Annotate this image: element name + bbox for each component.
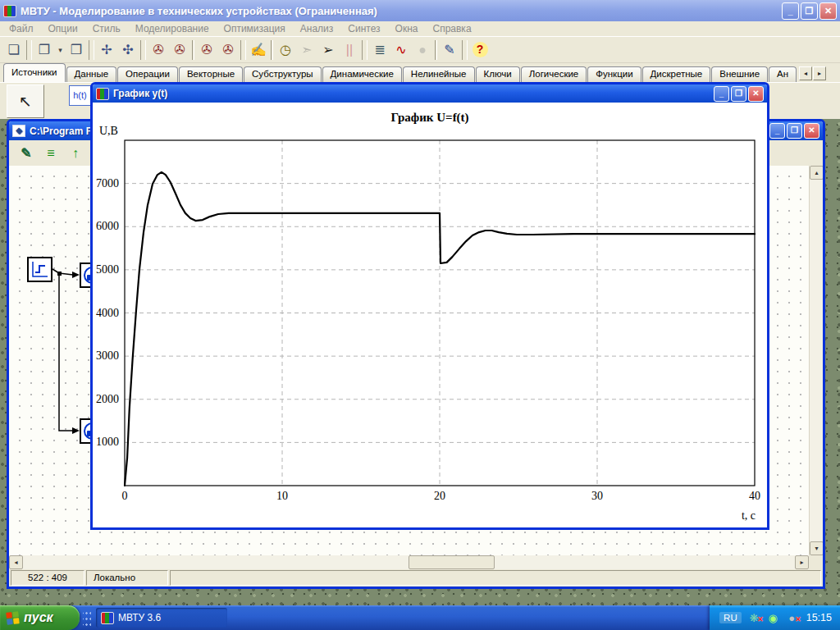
sim-settings-icon: ≣ — [374, 42, 385, 57]
notes-icon[interactable]: ✎ — [439, 39, 460, 61]
scroll-down-button[interactable]: ▾ — [810, 541, 823, 555]
toolbar-separator — [271, 40, 273, 60]
menu-item-analysis[interactable]: Анализ — [293, 22, 341, 35]
toolbar-separator — [140, 40, 146, 60]
sim-settings-icon[interactable]: ≣ — [369, 39, 390, 61]
resume-run-icon[interactable]: ➣ — [296, 39, 317, 61]
tab-keys[interactable]: Ключи — [476, 66, 520, 82]
tab-functions[interactable]: Функции — [587, 66, 641, 82]
graph-maximize-button[interactable]: ❐ — [731, 86, 746, 102]
menu-item-file[interactable]: Файл — [2, 22, 41, 35]
graph-titlebar[interactable]: График y(t) _ ❐ ✕ — [93, 84, 767, 103]
tab-analysis-cut[interactable]: Ан — [769, 66, 797, 82]
menu-item-style[interactable]: Стиль — [85, 22, 128, 35]
scroll-right-button[interactable]: ▸ — [795, 555, 809, 569]
doc-minimize-button[interactable]: _ — [769, 123, 785, 139]
open-file-icon[interactable]: ❐ — [34, 39, 55, 61]
tab-nonlinear[interactable]: Нелинейные — [403, 66, 475, 82]
help-icon: ? — [472, 42, 488, 57]
toolbar-separator — [89, 40, 94, 60]
horizontal-scroll-thumb[interactable] — [409, 555, 495, 569]
doc-close-button[interactable]: ✕ — [804, 123, 819, 139]
vertical-scrollbar[interactable]: ▴ ▾ — [809, 166, 823, 555]
toolbar-separator — [240, 40, 246, 60]
plot-svg[interactable]: 1000200030004000500060007000010203040 — [93, 103, 767, 527]
help-icon[interactable]: ? — [469, 39, 491, 61]
tab-substructures[interactable]: Субструктуры — [244, 66, 322, 82]
report-list-icon[interactable]: ≡ — [40, 143, 62, 164]
graph-close-button[interactable]: ✕ — [748, 86, 764, 102]
taskbar-task-mvtu[interactable]: МВТУ 3.6 — [96, 608, 227, 628]
tab-vector[interactable]: Векторные — [179, 66, 243, 82]
chart-options-icon[interactable]: ∿ — [390, 39, 412, 61]
graph-minimize-button[interactable]: _ — [714, 86, 729, 102]
pause-icon: || — [346, 43, 353, 57]
run-simulation-icon: ➢ — [322, 42, 333, 57]
scroll-up-button[interactable]: ▴ — [810, 166, 823, 180]
menu-item-windows[interactable]: Окна — [388, 22, 426, 35]
menu-item-synthesis[interactable]: Синтез — [340, 22, 387, 35]
resume-run-icon: ➣ — [301, 42, 312, 57]
start-button[interactable]: пуск — [0, 605, 80, 630]
new-file-icon: ❏ — [8, 42, 20, 57]
agent-blocked-tray-icon[interactable]: ❋✕ — [747, 611, 761, 625]
scroll-left-button[interactable]: ◂ — [9, 555, 23, 569]
y-tick-label: 2000 — [96, 393, 119, 405]
subsystem-tree-icon[interactable]: ✢ — [96, 39, 117, 61]
status-bar: 522 : 409 Локально — [9, 569, 823, 587]
open-file-icon: ❐ — [39, 42, 50, 57]
blocked-badge-icon: ✕ — [795, 613, 801, 627]
step-source-ht-button[interactable]: h(t) — [69, 85, 91, 106]
main-titlebar[interactable]: МВТУ - Моделирование в технических устро… — [0, 0, 840, 21]
subsystem-list-icon[interactable]: ✣ — [117, 39, 139, 61]
doc-maximize-button[interactable]: ❐ — [787, 123, 802, 139]
tab-data[interactable]: Данные — [66, 66, 117, 82]
menu-item-help[interactable]: Справка — [425, 22, 478, 35]
edit-notes-icon[interactable]: ✎ — [16, 143, 37, 164]
timer-run-icon[interactable]: ◷ — [275, 39, 296, 61]
stop-icon[interactable]: ● — [412, 39, 433, 61]
monitor-tray-icon[interactable]: ◉ — [766, 611, 780, 625]
step-source-block[interactable] — [27, 257, 52, 282]
up-level-icon[interactable]: ↑ — [65, 143, 86, 164]
minimize-button[interactable]: _ — [782, 2, 799, 20]
updates-blocked-tray-icon[interactable]: ●✕ — [785, 611, 799, 625]
taskbar-separator — [83, 609, 91, 627]
run-simulation-icon[interactable]: ➢ — [317, 39, 339, 61]
main-window-title: МВТУ - Моделирование в технических устро… — [21, 5, 778, 17]
blocked-badge-icon: ✕ — [757, 613, 764, 627]
toolbar-separator — [362, 40, 368, 60]
graph-client-area: График U=f(t) U,B t, c 10002000300040005… — [93, 103, 767, 527]
search-block-icon[interactable]: ✇ — [148, 39, 169, 61]
pointer-tool-button[interactable]: ↖ — [7, 84, 44, 118]
menu-item-modeling[interactable]: Моделирование — [128, 22, 217, 35]
monitor-tray-icon: ◉ — [769, 612, 778, 624]
tab-dynamic[interactable]: Динамические — [322, 66, 402, 82]
tab-operations[interactable]: Операции — [117, 66, 178, 82]
tab-scroll-right-button[interactable]: ▸ — [813, 66, 826, 80]
horizontal-scrollbar[interactable]: ◂ ▸ — [9, 555, 809, 569]
search-block-all-icon[interactable]: ✇ — [169, 39, 190, 61]
search-text-icon[interactable]: ✇ — [196, 39, 217, 61]
open-file-dropdown[interactable]: ▾ — [55, 39, 66, 61]
tab-discrete[interactable]: Дискретные — [642, 66, 711, 82]
save-translate-icon[interactable]: ❒ — [66, 39, 87, 61]
close-button[interactable]: ✕ — [819, 2, 837, 20]
language-indicator[interactable]: RU — [719, 612, 742, 623]
search-text-all-icon[interactable]: ✇ — [217, 39, 239, 61]
new-file-icon[interactable]: ❏ — [3, 39, 25, 61]
tab-scroll-left-button[interactable]: ◂ — [799, 66, 812, 80]
step-source-icon — [29, 258, 51, 281]
menu-item-optimization[interactable]: Оптимизация — [217, 22, 293, 35]
mvtu-logo-icon — [101, 612, 114, 624]
tab-logic[interactable]: Логические — [521, 66, 587, 82]
maximize-button[interactable]: ❐ — [801, 2, 818, 20]
stop-icon: ● — [418, 43, 427, 57]
tab-sources[interactable]: Источники — [3, 63, 66, 82]
tab-external[interactable]: Внешние — [711, 66, 768, 82]
pause-icon[interactable]: || — [339, 39, 360, 61]
edit-journal-icon[interactable]: ✍ — [248, 39, 269, 61]
report-list-icon: ≡ — [47, 146, 54, 161]
edit-notes-icon: ✎ — [21, 145, 31, 161]
menu-item-options[interactable]: Опции — [41, 22, 85, 35]
